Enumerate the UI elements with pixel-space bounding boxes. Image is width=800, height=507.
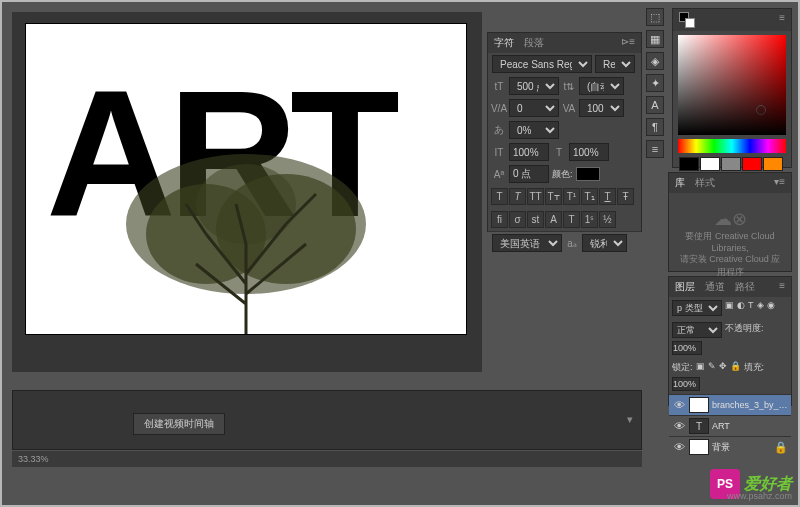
t1-button[interactable]: T [563,211,580,228]
visibility-icon[interactable]: 👁 [672,419,686,433]
font-size-select[interactable]: 500 点 [509,77,559,95]
filter-icon[interactable]: ◈ [757,300,764,316]
filter-icon[interactable]: T [748,300,754,316]
swatch[interactable] [742,157,762,171]
hscale-input[interactable] [569,143,609,161]
half-button[interactable]: ½ [599,211,616,228]
tab-styles[interactable]: 样式 [695,176,715,190]
lib-message-1: 要使用 Creative Cloud Libraries, [677,230,783,253]
layer-thumbnail: T [689,418,709,434]
strike-button[interactable]: Ŧ [617,188,634,205]
tab-paths[interactable]: 路径 [735,280,755,294]
layer-thumbnail [689,397,709,413]
panel-menu-icon[interactable]: ⊳≡ [621,36,635,50]
tab-paragraph[interactable]: 段落 [524,36,544,50]
panel-tabs: 字符 段落 ⊳≡ [488,33,641,53]
underline-button[interactable]: T [599,188,616,205]
panel-menu-icon[interactable]: ≡ [779,280,785,294]
vscale-input[interactable] [509,143,549,161]
shift-select[interactable]: 0% [509,121,559,139]
vscale-icon: IT [492,145,506,159]
panel-menu-icon[interactable]: ≡ [779,12,785,28]
layer-filter-select[interactable]: p 类型 [672,300,722,316]
layer-row[interactable]: 👁 T ART [669,415,791,436]
1st-button[interactable]: 1ˢ [581,211,598,228]
tool-icon[interactable]: ≡ [646,140,664,158]
layer-name: 背景 [712,441,771,454]
dropdown-icon[interactable]: ▾ [627,413,633,426]
italic-button[interactable]: T [509,188,526,205]
color-panel: ≡ [672,8,792,168]
tool-icon[interactable]: ¶ [646,118,664,136]
tracking-select[interactable]: 100 [579,99,624,117]
fill-label: 填充: [744,361,765,374]
libraries-panel: 库 样式 ▾≡ ☁⊗ 要使用 Creative Cloud Libraries,… [668,172,792,272]
timeline-panel: 创建视频时间轴 ▾ [12,390,642,450]
antialiasing-select[interactable]: 锐利 [582,234,627,252]
baseline-input[interactable] [509,165,549,183]
tool-icon[interactable]: ⬚ [646,8,664,26]
filter-icon[interactable]: ◉ [767,300,775,316]
lock-label: 锁定: [672,361,693,374]
tab-character[interactable]: 字符 [494,36,514,50]
font-family-select[interactable]: Peace Sans Regular [492,55,592,73]
fi-button[interactable]: fi [491,211,508,228]
blend-mode-select[interactable]: 正常 [672,322,722,338]
leading-icon: t⇅ [562,79,576,93]
filter-icon[interactable]: ▣ [725,300,734,316]
tab-libraries[interactable]: 库 [675,176,685,190]
visibility-icon[interactable]: 👁 [672,398,686,412]
app-frame: ART ⬚ ▦ ◈ ✦ A [0,0,800,507]
lock-icon[interactable]: 🔒 [730,361,741,374]
tool-icon[interactable]: ✦ [646,74,664,92]
tab-channels[interactable]: 通道 [705,280,725,294]
aa-button[interactable]: st [527,211,544,228]
zoom-value[interactable]: 33.33% [18,454,49,464]
visibility-icon[interactable]: 👁 [672,440,686,454]
tool-icon[interactable]: ▦ [646,30,664,48]
swatch[interactable] [721,157,741,171]
layer-name: ART [712,421,788,431]
swatch[interactable] [679,157,699,171]
language-select[interactable]: 美国英语 [492,234,562,252]
swatch-row [673,155,791,173]
color-field[interactable] [678,35,786,135]
bold-button[interactable]: T [491,188,508,205]
hue-slider[interactable] [678,139,786,153]
swatch[interactable] [700,157,720,171]
layer-row[interactable]: 👁 branches_3_by_cherryka... [669,394,791,415]
document-canvas[interactable]: ART [26,24,466,334]
vertical-toolbar: ⬚ ▦ ◈ ✦ A ¶ ≡ [646,8,666,158]
tool-icon[interactable]: A [646,96,664,114]
lock-icon[interactable]: ✥ [719,361,727,374]
lock-icon[interactable]: ✎ [708,361,716,374]
kerning-icon: V/A [492,101,506,115]
panel-menu-icon[interactable]: ▾≡ [774,176,785,190]
caps-button[interactable]: TT [527,188,544,205]
leading-select[interactable]: (自动) [579,77,624,95]
watermark: PS 爱好者 www.psahz.com [710,469,792,499]
cloud-icon: ☁⊗ [677,208,783,230]
hscale-icon: T [552,145,566,159]
filter-icon[interactable]: ◐ [737,300,745,316]
super-button[interactable]: T¹ [563,188,580,205]
smallcaps-button[interactable]: Tᴛ [545,188,562,205]
swatch[interactable] [763,157,783,171]
opacity-input[interactable] [672,341,702,355]
ad-button[interactable]: A [545,211,562,228]
canvas-area: ART [12,12,482,372]
fg-bg-swatch-icon[interactable] [679,12,695,28]
create-video-timeline-button[interactable]: 创建视频时间轴 [133,413,225,435]
tab-layers[interactable]: 图层 [675,280,695,294]
layer-row[interactable]: 👁 背景 🔒 [669,436,791,457]
font-style-select[interactable]: Regular [595,55,635,73]
text-color-swatch[interactable] [576,167,600,181]
kerning-select[interactable]: 0 [509,99,559,117]
st-button[interactable]: σ [509,211,526,228]
tree-image [106,144,386,334]
tool-icon[interactable]: ◈ [646,52,664,70]
lock-icon[interactable]: ▣ [696,361,705,374]
sub-button[interactable]: T₁ [581,188,598,205]
lock-icon: 🔒 [774,441,788,454]
fill-input[interactable] [672,377,700,391]
